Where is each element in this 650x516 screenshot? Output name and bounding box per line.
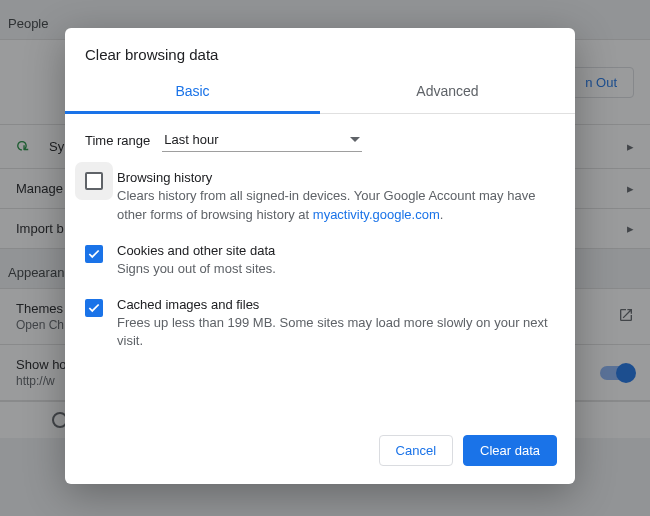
tab-advanced[interactable]: Advanced <box>320 71 575 113</box>
time-range-select[interactable]: Last hour <box>162 128 362 152</box>
option-title: Cached images and files <box>117 297 555 312</box>
cancel-button[interactable]: Cancel <box>379 435 453 466</box>
dialog-tabs: Basic Advanced <box>65 71 575 114</box>
chevron-down-icon <box>350 137 360 142</box>
checkbox-browsing-history[interactable] <box>85 172 103 190</box>
time-range-label: Time range <box>85 133 150 148</box>
option-title: Cookies and other site data <box>117 243 276 258</box>
time-range-value: Last hour <box>164 132 218 147</box>
option-browsing-history: Browsing history Clears history from all… <box>85 170 555 225</box>
checkbox-cache[interactable] <box>85 299 103 317</box>
clear-data-button[interactable]: Clear data <box>463 435 557 466</box>
dialog-title: Clear browsing data <box>65 28 575 71</box>
option-desc: Signs you out of most sites. <box>117 260 276 279</box>
checkbox-cookies[interactable] <box>85 245 103 263</box>
option-cache: Cached images and files Frees up less th… <box>85 297 555 352</box>
option-desc: Frees up less than 199 MB. Some sites ma… <box>117 314 555 352</box>
tab-basic[interactable]: Basic <box>65 71 320 114</box>
clear-browsing-data-dialog: Clear browsing data Basic Advanced Time … <box>65 28 575 484</box>
option-desc: Clears history from all signed-in device… <box>117 187 555 225</box>
option-title: Browsing history <box>117 170 555 185</box>
myactivity-link[interactable]: myactivity.google.com <box>313 207 440 222</box>
option-cookies: Cookies and other site data Signs you ou… <box>85 243 555 279</box>
